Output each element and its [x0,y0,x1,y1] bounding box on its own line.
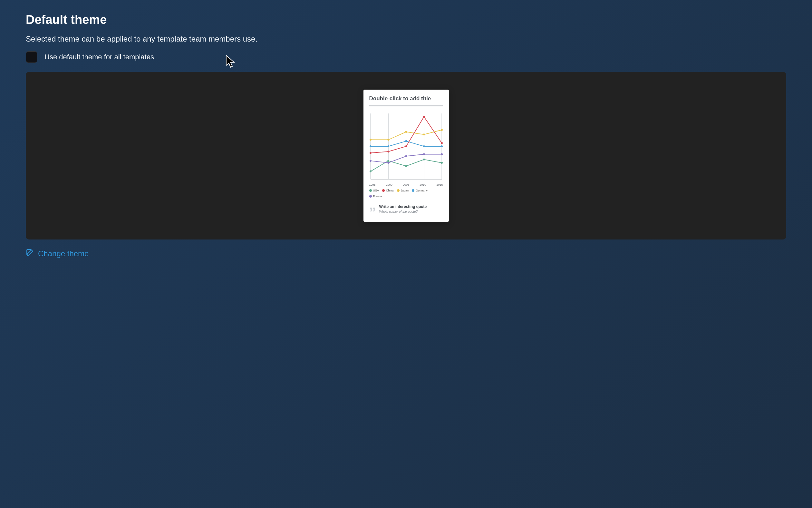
svg-point-18 [405,131,407,133]
card-title-placeholder[interactable]: Double-click to add title [369,95,443,102]
legend-dot [412,189,414,192]
legend-item: China [382,189,394,192]
page-subtitle: Selected theme can be applied to any tem… [26,35,786,44]
legend-label: France [373,195,382,198]
page-title: Default theme [26,13,786,27]
x-axis-label: 1995 [369,183,376,186]
use-default-theme-label: Use default theme for all templates [44,53,154,61]
svg-point-29 [423,154,425,155]
svg-point-21 [369,145,371,147]
svg-point-28 [405,155,407,157]
svg-point-11 [369,152,371,154]
theme-preview-card[interactable]: Double-click to add title 19952000200520… [363,90,449,221]
svg-point-9 [423,159,425,161]
x-axis-label: 2005 [403,183,409,186]
svg-point-26 [369,160,371,162]
chart-x-axis-labels: 19952000200520102015 [369,182,443,189]
legend-item: USA [369,189,379,192]
svg-point-30 [441,154,443,155]
legend-label: USA [373,189,379,192]
svg-point-25 [441,145,443,147]
legend-item: France [369,195,382,198]
quote-author: Who's author of the quote? [379,210,427,213]
chart-legend: USAChinaJapanGermanyFrance [369,189,443,202]
legend-label: China [386,189,394,192]
change-theme-link[interactable]: Change theme [26,249,89,259]
legend-dot [382,189,385,192]
quote-text: Write an interesting quote [379,204,427,209]
legend-dot [369,189,372,192]
svg-point-12 [387,151,389,153]
svg-point-14 [423,116,425,118]
svg-point-19 [423,134,425,136]
x-axis-label: 2015 [436,183,443,186]
use-default-theme-checkbox[interactable] [26,51,37,63]
x-axis-label: 2000 [386,183,393,186]
preview-chart [369,111,443,182]
svg-point-27 [387,162,389,164]
quote-icon: ” [369,204,376,216]
svg-point-16 [369,139,371,141]
card-title-underline [369,105,443,107]
legend-item: Germany [412,189,427,192]
svg-point-15 [441,142,443,144]
legend-dot [397,189,400,192]
svg-point-13 [405,145,407,147]
svg-point-22 [387,145,389,147]
svg-point-23 [405,140,407,142]
x-axis-label: 2010 [419,183,426,186]
legend-dot [369,195,372,198]
legend-item: Japan [397,189,409,192]
svg-point-10 [441,162,443,164]
theme-preview-panel: Double-click to add title 19952000200520… [26,72,786,240]
svg-point-6 [369,171,371,172]
change-theme-label: Change theme [38,249,89,258]
legend-label: Japan [401,189,409,192]
quote-block[interactable]: ” Write an interesting quote Who's autho… [369,202,443,216]
edit-icon [26,249,34,259]
svg-point-7 [387,160,389,162]
svg-point-17 [387,139,389,141]
svg-point-24 [423,145,425,147]
legend-label: Germany [416,189,427,192]
svg-point-20 [441,129,443,131]
svg-point-8 [405,165,407,167]
